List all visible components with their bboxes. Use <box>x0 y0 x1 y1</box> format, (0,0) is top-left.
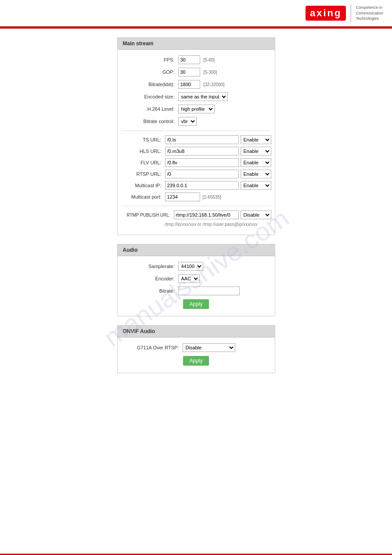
encoded-size-value: same as the input <box>178 92 271 101</box>
audio-body: Samplerate: 44100 48000 8000 Encoder: <box>118 256 275 316</box>
h264-label: H.264 Level: <box>121 106 178 112</box>
onvif-apply-row: Apply <box>121 356 271 366</box>
content: Main stream FPS: [5-60] GOP: <box>0 29 392 399</box>
hls-url-enable-select[interactable]: Enable Disable <box>241 147 271 156</box>
fps-value: [5-60] <box>178 55 271 64</box>
flv-url-label: FLV URL: <box>121 160 165 165</box>
g711a-label: G711A Over RTSP: <box>121 345 183 350</box>
axing-logo: axing <box>306 6 346 21</box>
onvif-audio-body: G711A Over RTSP: Disable Enable Apply <box>118 337 275 373</box>
encoded-size-label: Encoded size: <box>121 94 178 99</box>
audio-apply-button[interactable]: Apply <box>183 299 209 309</box>
bitrate-control-value: vbr cbr <box>178 117 271 126</box>
ts-url-row: TS URL: Enable Disable <box>121 135 271 144</box>
multicast-port-label: Multicast port: <box>121 194 165 200</box>
rtsp-url-label: RTSP URL: <box>121 171 165 177</box>
h264-row: H.264 Level: high profile main profile b… <box>121 104 271 114</box>
multicast-port-range: [1-65535] <box>203 195 221 200</box>
main-panel: Main stream FPS: [5-60] GOP: <box>117 37 275 382</box>
rtmp-enable-select[interactable]: Disable Enable <box>241 210 271 219</box>
g711a-row: G711A Over RTSP: Disable Enable <box>121 343 271 352</box>
logo-tagline: Competence in Communication Technologies <box>356 5 383 22</box>
samplerate-select[interactable]: 44100 48000 8000 <box>178 262 203 271</box>
multicast-ip-label: Multicast IP: <box>121 183 165 188</box>
encoded-size-select[interactable]: same as the input <box>178 92 228 101</box>
audio-panel: Audio Samplerate: 44100 48000 8000 <box>117 244 275 316</box>
rtmp-label: RTMP PUBLISH URL: <box>121 213 174 218</box>
main-stream-panel: Main stream FPS: [5-60] GOP: <box>117 37 275 235</box>
bitrate-input[interactable] <box>178 80 200 89</box>
h264-value: high profile main profile baseline <box>178 105 271 113</box>
divider-2 <box>121 206 271 206</box>
main-stream-header: Main stream <box>118 38 275 50</box>
bitrate-control-row: Bitrate control: vbr cbr <box>121 116 271 126</box>
bitrate-label: Bitrate(kbit): <box>121 82 178 87</box>
flv-url-enable-select[interactable]: Enable Disable <box>241 158 271 167</box>
encoder-select[interactable]: AAC MP3 <box>178 274 200 283</box>
bitrate-control-select[interactable]: vbr cbr <box>178 117 197 126</box>
onvif-audio-header: ONVIF Audio <box>118 326 275 337</box>
main-stream-body: FPS: [5-60] GOP: [5-300] <box>118 50 275 235</box>
samplerate-label: Samplerate: <box>121 264 178 269</box>
audio-bitrate-label: Bitrate: <box>121 288 178 294</box>
audio-bitrate-input[interactable] <box>178 287 240 295</box>
logo-area: axing Competence in Communication Techno… <box>306 4 383 22</box>
bitrate-row: Bitrate(kbit): [32-32000] <box>121 80 271 89</box>
multicast-ip-input[interactable] <box>165 181 239 190</box>
ts-url-enable-select[interactable]: Enable Disable <box>241 135 271 144</box>
page-wrapper: axing Competence in Communication Techno… <box>0 0 392 555</box>
bitrate-range: [32-32000] <box>204 82 225 87</box>
bitrate-value: [32-32000] <box>178 80 271 89</box>
divider-1 <box>121 131 271 131</box>
encoder-label: Encoder: <box>121 276 178 281</box>
samplerate-value: 44100 48000 8000 <box>178 262 271 271</box>
rtsp-url-row: RTSP URL: Enable Disable <box>121 170 271 178</box>
onvif-audio-panel: ONVIF Audio G711A Over RTSP: Disable Ena… <box>117 325 275 373</box>
encoder-value: AAC MP3 <box>178 274 271 283</box>
hls-url-row: HLS URL: Enable Disable <box>121 147 271 156</box>
ts-url-label: TS URL: <box>121 137 165 142</box>
onvif-apply-button[interactable]: Apply <box>183 356 209 366</box>
audio-apply-row: Apply <box>121 299 271 309</box>
gop-value: [5-300] <box>178 68 271 76</box>
rtmp-hint: rtmp://ip/xxx/xxx or rtmp://user:pass@ip… <box>165 222 271 227</box>
fps-label: FPS: <box>121 57 178 62</box>
audio-bitrate-value <box>178 287 271 295</box>
gop-range: [5-300] <box>204 70 217 75</box>
multicast-port-input[interactable] <box>165 192 200 201</box>
samplerate-row: Samplerate: 44100 48000 8000 <box>121 261 271 271</box>
bitrate-control-label: Bitrate control: <box>121 119 178 124</box>
fps-input[interactable] <box>178 55 200 64</box>
gop-row: GOP: [5-300] <box>121 67 271 77</box>
fps-range: [5-60] <box>204 58 215 62</box>
g711a-value: Disable Enable <box>183 343 271 352</box>
fps-row: FPS: [5-60] <box>121 55 271 65</box>
h264-select[interactable]: high profile main profile baseline <box>178 105 215 113</box>
rtmp-input[interactable] <box>174 210 239 219</box>
encoder-row: Encoder: AAC MP3 <box>121 274 271 283</box>
audio-header: Audio <box>118 244 275 256</box>
hls-url-label: HLS URL: <box>121 149 165 154</box>
multicast-ip-enable-select[interactable]: Enable Disable <box>241 181 271 190</box>
rtsp-url-enable-select[interactable]: Enable Disable <box>241 170 271 178</box>
audio-bitrate-row: Bitrate: <box>121 286 271 296</box>
g711a-select[interactable]: Disable Enable <box>183 343 235 352</box>
multicast-port-row: Multicast port: [1-65535] <box>121 192 271 201</box>
rtsp-url-input[interactable] <box>165 170 239 178</box>
header: axing Competence in Communication Techno… <box>0 0 392 27</box>
logo-divider <box>350 4 351 22</box>
gop-label: GOP: <box>121 69 178 75</box>
axing-logo-text: axing <box>310 7 342 19</box>
rtmp-row: RTMP PUBLISH URL: Disable Enable <box>121 210 271 219</box>
flv-url-row: FLV URL: Enable Disable <box>121 158 271 167</box>
ts-url-input[interactable] <box>165 135 239 144</box>
gop-input[interactable] <box>178 68 200 76</box>
multicast-ip-row: Multicast IP: Enable Disable <box>121 181 271 190</box>
flv-url-input[interactable] <box>165 158 239 167</box>
encoded-size-row: Encoded size: same as the input <box>121 92 271 102</box>
hls-url-input[interactable] <box>165 147 239 156</box>
